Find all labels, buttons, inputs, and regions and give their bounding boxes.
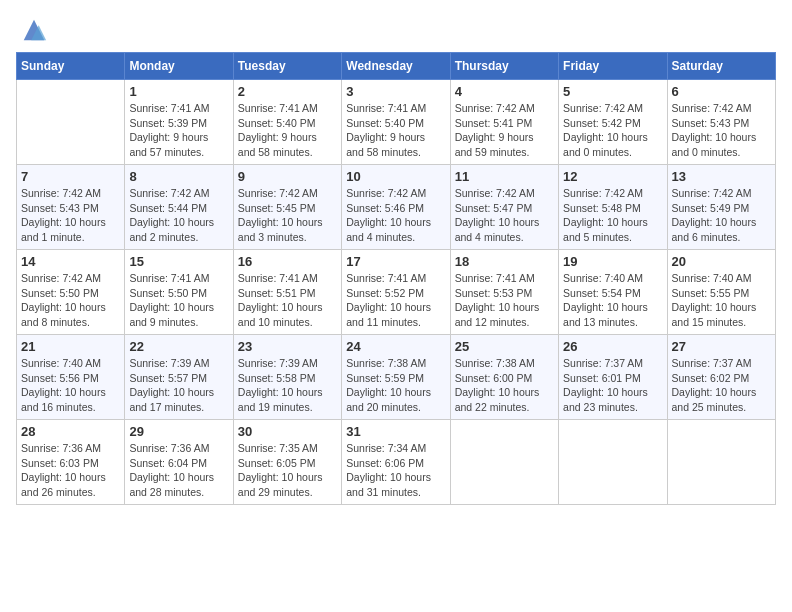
- day-info: Sunrise: 7:41 AM Sunset: 5:53 PM Dayligh…: [455, 271, 554, 330]
- day-number: 26: [563, 339, 662, 354]
- calendar-cell: 3Sunrise: 7:41 AM Sunset: 5:40 PM Daylig…: [342, 80, 450, 165]
- calendar-week-4: 21Sunrise: 7:40 AM Sunset: 5:56 PM Dayli…: [17, 335, 776, 420]
- day-info: Sunrise: 7:41 AM Sunset: 5:52 PM Dayligh…: [346, 271, 445, 330]
- day-info: Sunrise: 7:39 AM Sunset: 5:57 PM Dayligh…: [129, 356, 228, 415]
- calendar-cell: 30Sunrise: 7:35 AM Sunset: 6:05 PM Dayli…: [233, 420, 341, 505]
- calendar-week-1: 1Sunrise: 7:41 AM Sunset: 5:39 PM Daylig…: [17, 80, 776, 165]
- day-number: 6: [672, 84, 771, 99]
- day-header-sunday: Sunday: [17, 53, 125, 80]
- calendar-cell: 10Sunrise: 7:42 AM Sunset: 5:46 PM Dayli…: [342, 165, 450, 250]
- day-number: 2: [238, 84, 337, 99]
- day-info: Sunrise: 7:42 AM Sunset: 5:48 PM Dayligh…: [563, 186, 662, 245]
- day-number: 29: [129, 424, 228, 439]
- day-info: Sunrise: 7:42 AM Sunset: 5:50 PM Dayligh…: [21, 271, 120, 330]
- calendar-cell: 5Sunrise: 7:42 AM Sunset: 5:42 PM Daylig…: [559, 80, 667, 165]
- page-header: [16, 16, 776, 44]
- day-header-saturday: Saturday: [667, 53, 775, 80]
- calendar-cell: 2Sunrise: 7:41 AM Sunset: 5:40 PM Daylig…: [233, 80, 341, 165]
- calendar-cell: 26Sunrise: 7:37 AM Sunset: 6:01 PM Dayli…: [559, 335, 667, 420]
- day-info: Sunrise: 7:39 AM Sunset: 5:58 PM Dayligh…: [238, 356, 337, 415]
- calendar-week-3: 14Sunrise: 7:42 AM Sunset: 5:50 PM Dayli…: [17, 250, 776, 335]
- day-info: Sunrise: 7:42 AM Sunset: 5:41 PM Dayligh…: [455, 101, 554, 160]
- calendar-week-2: 7Sunrise: 7:42 AM Sunset: 5:43 PM Daylig…: [17, 165, 776, 250]
- calendar-cell: 23Sunrise: 7:39 AM Sunset: 5:58 PM Dayli…: [233, 335, 341, 420]
- calendar-cell: 21Sunrise: 7:40 AM Sunset: 5:56 PM Dayli…: [17, 335, 125, 420]
- day-number: 7: [21, 169, 120, 184]
- day-number: 4: [455, 84, 554, 99]
- calendar-cell: 20Sunrise: 7:40 AM Sunset: 5:55 PM Dayli…: [667, 250, 775, 335]
- day-number: 18: [455, 254, 554, 269]
- day-number: 3: [346, 84, 445, 99]
- day-header-monday: Monday: [125, 53, 233, 80]
- calendar-table: SundayMondayTuesdayWednesdayThursdayFrid…: [16, 52, 776, 505]
- day-number: 25: [455, 339, 554, 354]
- day-info: Sunrise: 7:35 AM Sunset: 6:05 PM Dayligh…: [238, 441, 337, 500]
- day-number: 1: [129, 84, 228, 99]
- day-info: Sunrise: 7:42 AM Sunset: 5:45 PM Dayligh…: [238, 186, 337, 245]
- calendar-cell: 22Sunrise: 7:39 AM Sunset: 5:57 PM Dayli…: [125, 335, 233, 420]
- calendar-cell: 24Sunrise: 7:38 AM Sunset: 5:59 PM Dayli…: [342, 335, 450, 420]
- day-number: 12: [563, 169, 662, 184]
- day-number: 24: [346, 339, 445, 354]
- day-header-friday: Friday: [559, 53, 667, 80]
- day-info: Sunrise: 7:40 AM Sunset: 5:56 PM Dayligh…: [21, 356, 120, 415]
- day-info: Sunrise: 7:41 AM Sunset: 5:39 PM Dayligh…: [129, 101, 228, 160]
- day-number: 17: [346, 254, 445, 269]
- day-number: 14: [21, 254, 120, 269]
- day-number: 27: [672, 339, 771, 354]
- calendar-cell: 27Sunrise: 7:37 AM Sunset: 6:02 PM Dayli…: [667, 335, 775, 420]
- calendar-cell: 6Sunrise: 7:42 AM Sunset: 5:43 PM Daylig…: [667, 80, 775, 165]
- calendar-header-row: SundayMondayTuesdayWednesdayThursdayFrid…: [17, 53, 776, 80]
- calendar-cell: [667, 420, 775, 505]
- day-number: 13: [672, 169, 771, 184]
- calendar-cell: 4Sunrise: 7:42 AM Sunset: 5:41 PM Daylig…: [450, 80, 558, 165]
- day-number: 23: [238, 339, 337, 354]
- day-info: Sunrise: 7:42 AM Sunset: 5:47 PM Dayligh…: [455, 186, 554, 245]
- day-info: Sunrise: 7:36 AM Sunset: 6:04 PM Dayligh…: [129, 441, 228, 500]
- calendar-cell: 25Sunrise: 7:38 AM Sunset: 6:00 PM Dayli…: [450, 335, 558, 420]
- calendar-cell: [450, 420, 558, 505]
- day-header-thursday: Thursday: [450, 53, 558, 80]
- calendar-cell: 15Sunrise: 7:41 AM Sunset: 5:50 PM Dayli…: [125, 250, 233, 335]
- day-number: 11: [455, 169, 554, 184]
- calendar-cell: 17Sunrise: 7:41 AM Sunset: 5:52 PM Dayli…: [342, 250, 450, 335]
- calendar-cell: 13Sunrise: 7:42 AM Sunset: 5:49 PM Dayli…: [667, 165, 775, 250]
- calendar-cell: [17, 80, 125, 165]
- day-info: Sunrise: 7:42 AM Sunset: 5:43 PM Dayligh…: [672, 101, 771, 160]
- calendar-cell: 1Sunrise: 7:41 AM Sunset: 5:39 PM Daylig…: [125, 80, 233, 165]
- day-info: Sunrise: 7:42 AM Sunset: 5:46 PM Dayligh…: [346, 186, 445, 245]
- calendar-cell: 9Sunrise: 7:42 AM Sunset: 5:45 PM Daylig…: [233, 165, 341, 250]
- day-number: 8: [129, 169, 228, 184]
- logo: [16, 16, 48, 44]
- logo-icon: [20, 16, 48, 44]
- day-number: 22: [129, 339, 228, 354]
- day-number: 30: [238, 424, 337, 439]
- calendar-cell: 12Sunrise: 7:42 AM Sunset: 5:48 PM Dayli…: [559, 165, 667, 250]
- day-number: 20: [672, 254, 771, 269]
- day-info: Sunrise: 7:42 AM Sunset: 5:43 PM Dayligh…: [21, 186, 120, 245]
- day-number: 9: [238, 169, 337, 184]
- day-number: 28: [21, 424, 120, 439]
- day-number: 5: [563, 84, 662, 99]
- day-number: 31: [346, 424, 445, 439]
- day-info: Sunrise: 7:42 AM Sunset: 5:49 PM Dayligh…: [672, 186, 771, 245]
- day-info: Sunrise: 7:36 AM Sunset: 6:03 PM Dayligh…: [21, 441, 120, 500]
- day-info: Sunrise: 7:42 AM Sunset: 5:44 PM Dayligh…: [129, 186, 228, 245]
- calendar-cell: 16Sunrise: 7:41 AM Sunset: 5:51 PM Dayli…: [233, 250, 341, 335]
- day-number: 16: [238, 254, 337, 269]
- day-info: Sunrise: 7:37 AM Sunset: 6:01 PM Dayligh…: [563, 356, 662, 415]
- day-number: 10: [346, 169, 445, 184]
- calendar-cell: 14Sunrise: 7:42 AM Sunset: 5:50 PM Dayli…: [17, 250, 125, 335]
- day-number: 21: [21, 339, 120, 354]
- calendar-cell: 18Sunrise: 7:41 AM Sunset: 5:53 PM Dayli…: [450, 250, 558, 335]
- day-info: Sunrise: 7:41 AM Sunset: 5:50 PM Dayligh…: [129, 271, 228, 330]
- day-info: Sunrise: 7:42 AM Sunset: 5:42 PM Dayligh…: [563, 101, 662, 160]
- day-info: Sunrise: 7:40 AM Sunset: 5:54 PM Dayligh…: [563, 271, 662, 330]
- day-info: Sunrise: 7:41 AM Sunset: 5:51 PM Dayligh…: [238, 271, 337, 330]
- calendar-cell: [559, 420, 667, 505]
- day-info: Sunrise: 7:34 AM Sunset: 6:06 PM Dayligh…: [346, 441, 445, 500]
- calendar-cell: 19Sunrise: 7:40 AM Sunset: 5:54 PM Dayli…: [559, 250, 667, 335]
- calendar-week-5: 28Sunrise: 7:36 AM Sunset: 6:03 PM Dayli…: [17, 420, 776, 505]
- day-info: Sunrise: 7:40 AM Sunset: 5:55 PM Dayligh…: [672, 271, 771, 330]
- calendar-cell: 28Sunrise: 7:36 AM Sunset: 6:03 PM Dayli…: [17, 420, 125, 505]
